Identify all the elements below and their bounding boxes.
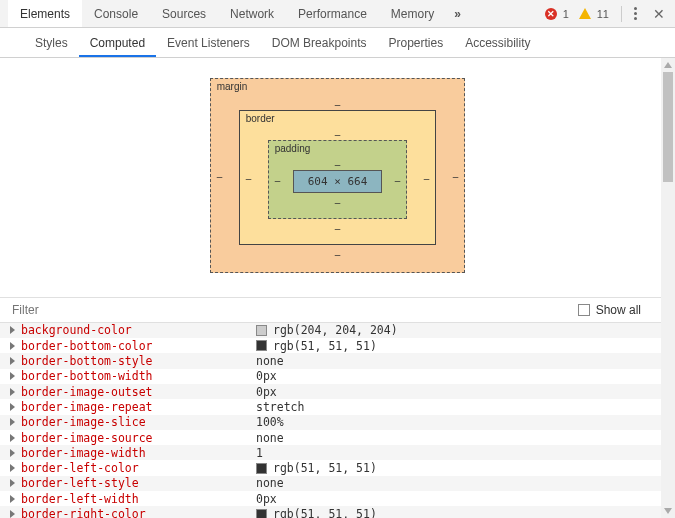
property-value: stretch [256,400,304,414]
padding-left-value: – [275,174,281,185]
warning-icon[interactable] [579,8,591,19]
expand-icon[interactable] [10,510,15,518]
subtab-event-listeners[interactable]: Event Listeners [156,28,261,57]
property-name: border-left-color [21,461,256,475]
separator [621,6,622,22]
box-model-padding[interactable]: padding – – – 604 × 664 – [268,140,408,219]
property-name: border-bottom-width [21,369,256,383]
expand-icon[interactable] [10,342,15,350]
subtab-accessibility[interactable]: Accessibility [454,28,541,57]
tab-elements[interactable]: Elements [8,0,82,27]
tab-memory[interactable]: Memory [379,0,446,27]
expand-icon[interactable] [10,403,15,411]
color-swatch-icon[interactable] [256,509,267,518]
padding-top-value: – [293,159,383,170]
margin-top-value: – [239,99,437,110]
box-model-margin[interactable]: margin – – – border – – – padding – – – … [210,78,466,273]
property-row[interactable]: border-left-width0px [0,491,661,506]
tab-label: Performance [298,7,367,21]
checkbox-icon[interactable] [578,304,590,316]
property-value-text: 1 [256,446,263,460]
subtab-styles[interactable]: Styles [24,28,79,57]
close-icon[interactable]: ✕ [647,7,671,21]
property-value: none [256,431,284,445]
padding-right-value: – [395,174,401,185]
margin-left-value: – [217,170,223,181]
property-value-text: 0px [256,385,277,399]
expand-icon[interactable] [10,495,15,503]
subtab-label: Computed [90,36,145,50]
border-bottom-value: – [268,223,408,234]
property-name: border-image-source [21,431,256,445]
expand-icon[interactable] [10,418,15,426]
expand-icon[interactable] [10,372,15,380]
property-value: 100% [256,415,284,429]
property-row[interactable]: border-bottom-colorrgb(51, 51, 51) [0,338,661,353]
property-value-text: rgb(51, 51, 51) [273,507,377,518]
property-name: border-image-outset [21,385,256,399]
property-row[interactable]: border-image-width1 [0,445,661,460]
subtab-dom-breakpoints[interactable]: DOM Breakpoints [261,28,378,57]
scrollbar-thumb[interactable] [663,72,673,182]
property-row[interactable]: border-bottom-stylenone [0,353,661,368]
property-row[interactable]: background-colorrgb(204, 204, 204) [0,323,661,338]
color-swatch-icon[interactable] [256,340,267,351]
property-row[interactable]: border-right-colorrgb(51, 51, 51) [0,506,661,518]
property-row[interactable]: border-image-sourcenone [0,430,661,445]
border-right-value: – [424,172,430,183]
property-name: border-left-width [21,492,256,506]
expand-icon[interactable] [10,326,15,334]
main-toolbar: Elements Console Sources Network Perform… [0,0,675,28]
warning-count[interactable]: 11 [597,8,609,20]
property-value-text: 0px [256,369,277,383]
expand-icon[interactable] [10,388,15,396]
box-model-border[interactable]: border – – – padding – – – 604 × 664 – – [239,110,437,245]
property-value: 1 [256,446,263,460]
tab-label: Memory [391,7,434,21]
box-model-content[interactable]: 604 × 664 [293,170,383,193]
tabs-overflow-button[interactable]: » [446,0,469,27]
error-count[interactable]: 1 [563,8,569,20]
scrollbar[interactable] [661,58,675,518]
expand-icon[interactable] [10,449,15,457]
computed-pane: margin – – – border – – – padding – – – … [0,58,675,518]
expand-icon[interactable] [10,434,15,442]
property-name: border-image-slice [21,415,256,429]
property-row[interactable]: border-bottom-width0px [0,369,661,384]
subtab-computed[interactable]: Computed [79,28,156,57]
margin-label: margin [217,81,248,92]
elements-subtabs: Styles Computed Event Listeners DOM Brea… [0,28,675,58]
color-swatch-icon[interactable] [256,463,267,474]
property-name: background-color [21,323,256,337]
property-value: rgb(51, 51, 51) [256,507,377,518]
tab-performance[interactable]: Performance [286,0,379,27]
property-row[interactable]: border-left-stylenone [0,476,661,491]
tab-label: Console [94,7,138,21]
subtab-properties[interactable]: Properties [377,28,454,57]
tab-console[interactable]: Console [82,0,150,27]
property-row[interactable]: border-image-repeatstretch [0,399,661,414]
show-all-toggle[interactable]: Show all [578,303,641,317]
property-value-text: rgb(51, 51, 51) [273,339,377,353]
property-value-text: 0px [256,492,277,506]
property-value-text: none [256,354,284,368]
property-row[interactable]: border-left-colorrgb(51, 51, 51) [0,460,661,475]
subtab-label: Accessibility [465,36,530,50]
property-row[interactable]: border-image-outset0px [0,384,661,399]
expand-icon[interactable] [10,464,15,472]
tab-sources[interactable]: Sources [150,0,218,27]
property-value: 0px [256,369,277,383]
tab-network[interactable]: Network [218,0,286,27]
error-icon[interactable]: ✕ [545,8,557,20]
kebab-menu-icon[interactable] [630,7,641,20]
color-swatch-icon[interactable] [256,325,267,336]
subtab-label: Styles [35,36,68,50]
property-name: border-left-style [21,476,256,490]
expand-icon[interactable] [10,357,15,365]
property-row[interactable]: border-image-slice100% [0,415,661,430]
tab-label: Elements [20,7,70,21]
expand-icon[interactable] [10,479,15,487]
main-tabs: Elements Console Sources Network Perform… [8,0,469,27]
property-value: none [256,476,284,490]
filter-input[interactable] [12,303,578,317]
